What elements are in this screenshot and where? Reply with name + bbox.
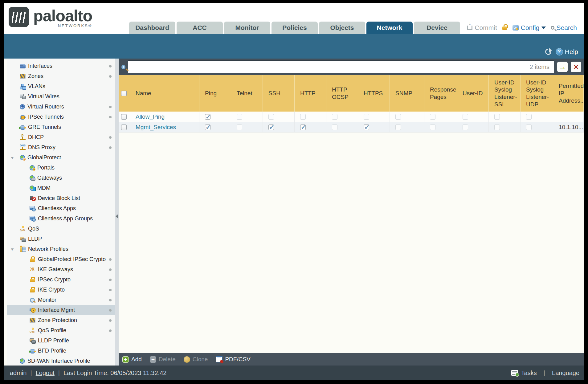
- logout-link[interactable]: Logout: [36, 370, 55, 377]
- tab-objects[interactable]: Objects: [319, 22, 365, 34]
- sidebar-item-dns-proxy[interactable]: DNS Proxy: [7, 142, 115, 153]
- row-select-checkbox[interactable]: [121, 114, 127, 120]
- column-header-http[interactable]: HTTP: [295, 75, 326, 112]
- unchecked-checkbox[interactable]: [268, 114, 274, 120]
- column-header-name[interactable]: Name: [130, 75, 199, 112]
- config-menu-button[interactable]: Config: [512, 24, 546, 31]
- clear-filter-button[interactable]: ×: [571, 62, 581, 72]
- row-select-checkbox[interactable]: [121, 125, 127, 130]
- help-button[interactable]: ? Help: [556, 48, 578, 55]
- sidebar-item-gre-tunnels[interactable]: GRE Tunnels: [7, 122, 115, 132]
- column-header-ping[interactable]: Ping: [199, 75, 231, 112]
- row-name-link[interactable]: Mgmt_Services: [136, 124, 176, 131]
- sidebar-item-ipsec-tunnels[interactable]: IPSec Tunnels: [7, 112, 115, 122]
- filter-input[interactable]: [128, 61, 530, 73]
- clone-button[interactable]: Clone: [184, 356, 208, 363]
- column-header-user-id-syslog-listener-udp[interactable]: User-ID Syslog Listener-UDP: [521, 75, 553, 112]
- column-header-https[interactable]: HTTPS: [358, 75, 390, 112]
- unchecked-checkbox[interactable]: [395, 125, 401, 130]
- global-search-button[interactable]: Search: [551, 24, 577, 31]
- tab-network[interactable]: Network: [366, 22, 413, 34]
- tab-device[interactable]: Device: [414, 22, 460, 34]
- expander-icon[interactable]: ▼: [10, 156, 15, 160]
- sidebar-item-qos[interactable]: QoS: [7, 224, 115, 234]
- sidebar-item-lldp[interactable]: LLDP: [7, 234, 115, 244]
- sidebar-item-dhcp[interactable]: DHCP: [7, 132, 115, 142]
- sidebar-item-globalprotect[interactable]: ▼GlobalProtect: [7, 153, 115, 163]
- unchecked-checkbox[interactable]: [526, 125, 532, 130]
- unchecked-checkbox[interactable]: [494, 114, 500, 120]
- apply-filter-button[interactable]: →: [557, 62, 568, 72]
- checked-checkbox[interactable]: [205, 114, 210, 120]
- sidebar-item-zone-protection[interactable]: Zone Protection: [7, 315, 115, 325]
- row-name-link[interactable]: Allow_Ping: [136, 113, 165, 120]
- sidebar-item-vlans[interactable]: VLANs: [7, 81, 115, 92]
- lock-icon[interactable]: [502, 25, 508, 30]
- unchecked-checkbox[interactable]: [430, 125, 435, 130]
- unchecked-checkbox[interactable]: [237, 114, 242, 120]
- refresh-icon[interactable]: [544, 47, 553, 56]
- unchecked-checkbox[interactable]: [237, 125, 242, 130]
- tab-monitor[interactable]: Monitor: [224, 22, 270, 34]
- unchecked-checkbox[interactable]: [332, 114, 337, 120]
- sidebar-item-monitor[interactable]: Monitor: [7, 295, 115, 305]
- sidebar-item-bfd-profile[interactable]: BFD Profile: [7, 346, 115, 356]
- column-header-user-id-syslog-listener-ssl[interactable]: User-ID Syslog Listener-SSL: [489, 75, 521, 112]
- sidebar-item-portals[interactable]: Portals: [7, 163, 115, 173]
- sidebar-item-zones[interactable]: Zones: [7, 71, 115, 81]
- unchecked-checkbox[interactable]: [300, 114, 306, 120]
- unchecked-checkbox[interactable]: [395, 114, 401, 120]
- expander-icon[interactable]: ▼: [10, 247, 15, 251]
- sidebar-item-qos-profile[interactable]: QoS Profile: [7, 325, 115, 336]
- column-header-permitted-ip-address[interactable]: Permitted IP Address...: [553, 75, 584, 112]
- unchecked-checkbox[interactable]: [494, 125, 500, 130]
- tab-acc[interactable]: ACC: [177, 22, 223, 34]
- checked-checkbox[interactable]: [300, 125, 306, 130]
- column-header-response-pages[interactable]: Response Pages: [424, 75, 457, 112]
- sidebar-item-clientless-apps[interactable]: Clientless Apps: [7, 203, 115, 214]
- unchecked-checkbox[interactable]: [430, 114, 435, 120]
- tasks-link[interactable]: Tasks: [521, 370, 537, 377]
- checked-checkbox[interactable]: [364, 125, 369, 130]
- sidebar-item-sd-wan-interface-profile[interactable]: SD-WAN Interface Profile: [7, 356, 115, 366]
- service-cell-http-ocsp: [326, 122, 358, 132]
- column-header-ssh[interactable]: SSH: [263, 75, 295, 112]
- sidebar-item-lldp-profile[interactable]: LLDP Profile: [7, 336, 115, 346]
- column-header-telnet[interactable]: Telnet: [231, 75, 263, 112]
- sidebar-item-gateways[interactable]: Gateways: [7, 173, 115, 183]
- sidebar-item-globalprotect-ipsec-crypto[interactable]: GlobalProtect IPSec Crypto: [7, 254, 115, 264]
- column-header-http-ocsp[interactable]: HTTP OCSP: [326, 75, 358, 112]
- unchecked-checkbox[interactable]: [463, 114, 468, 120]
- sidebar-item-virtual-wires[interactable]: Virtual Wires: [7, 92, 115, 102]
- sidebar-item-mdm[interactable]: MDM: [7, 183, 115, 193]
- pdf-csv-button[interactable]: PDF/CSV: [216, 356, 250, 363]
- sidebar-item-ipsec-crypto[interactable]: IPSec Crypto: [7, 275, 115, 285]
- delete-button[interactable]: − Delete: [150, 356, 176, 363]
- sidebar-item-ike-gateways[interactable]: IKE Gateways: [7, 264, 115, 275]
- permitted-ip-cell: 10.1.10...: [553, 122, 584, 132]
- sidebar-item-virtual-routers[interactable]: Virtual Routers: [7, 102, 115, 112]
- sidebar-item-network-profiles[interactable]: ▼Network Profiles: [7, 244, 115, 254]
- add-button[interactable]: + Add: [122, 356, 142, 363]
- column-header-snmp[interactable]: SNMP: [390, 75, 424, 112]
- unchecked-checkbox[interactable]: [463, 125, 468, 130]
- unchecked-checkbox[interactable]: [526, 114, 532, 120]
- sidebar-item-device-block-list[interactable]: Device Block List: [7, 193, 115, 203]
- checked-checkbox[interactable]: [205, 125, 210, 130]
- unchecked-checkbox[interactable]: [364, 114, 369, 120]
- sidebar-item-label: Gateways: [37, 175, 62, 181]
- unchecked-checkbox[interactable]: [332, 125, 337, 130]
- checked-checkbox[interactable]: [268, 125, 274, 130]
- sidebar-item-ike-crypto[interactable]: IKE Crypto: [7, 285, 115, 295]
- sidebar-item-interfaces[interactable]: Interfaces: [7, 61, 115, 71]
- sidebar-collapse-strip[interactable]: [115, 59, 119, 366]
- language-link[interactable]: Language: [552, 370, 579, 377]
- sidebar-item-clientless-app-groups[interactable]: Clientless App Groups: [7, 214, 115, 224]
- tab-policies[interactable]: Policies: [272, 22, 318, 34]
- top-actions: Commit Config Search: [467, 24, 577, 31]
- select-all-checkbox[interactable]: [121, 91, 127, 96]
- commit-button[interactable]: Commit: [467, 24, 497, 31]
- tab-dashboard[interactable]: Dashboard: [129, 22, 175, 34]
- column-header-user-id[interactable]: User-ID: [457, 75, 489, 112]
- sidebar-item-interface-mgmt[interactable]: Interface Mgmt: [7, 305, 115, 315]
